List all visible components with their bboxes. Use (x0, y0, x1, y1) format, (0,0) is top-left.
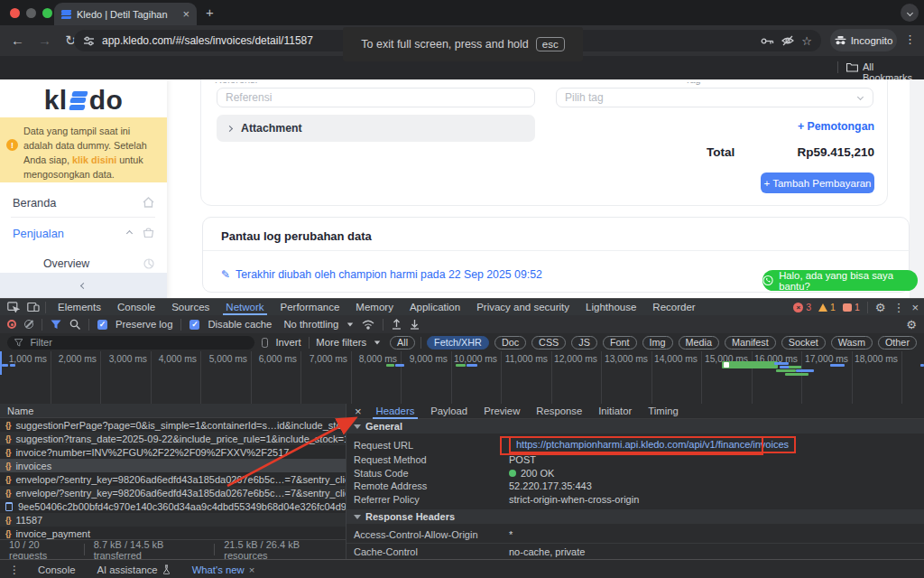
issues-badge[interactable]: 1 (843, 302, 860, 312)
filter-type-manifest[interactable]: Manifest (725, 336, 776, 350)
tab-search-chevron-icon[interactable] (901, 4, 919, 22)
macos-close-button[interactable] (10, 8, 20, 18)
disable-cache-checkbox[interactable]: ✓ (189, 320, 199, 330)
sidebar-item-beranda[interactable]: Beranda (0, 191, 167, 213)
pemotongan-link[interactable]: + Pemotongan (761, 120, 874, 133)
browser-menu-dots-icon[interactable]: ⋮ (904, 33, 916, 46)
detail-tab-payload[interactable]: Payload (422, 404, 476, 419)
devtools-tab-memory[interactable]: Memory (347, 299, 402, 315)
filter-type-css[interactable]: CSS (531, 336, 566, 350)
devtools-tab-lighthouse[interactable]: Lighthouse (578, 299, 644, 315)
filter-type-other[interactable]: Other (878, 336, 917, 350)
requests-name-header[interactable]: Name (0, 404, 346, 418)
whats-new-close-icon[interactable]: × (249, 564, 255, 575)
record-network-log-button[interactable] (7, 320, 16, 329)
devtools-tab-sources[interactable]: Sources (163, 299, 217, 315)
detail-tab-timing[interactable]: Timing (640, 404, 686, 419)
devtools-menu-dots-icon[interactable]: ⋮ (892, 302, 904, 313)
macos-minimize-button[interactable] (26, 8, 36, 18)
devtools-tab-performance[interactable]: Performance (273, 299, 348, 315)
devtools-close-icon[interactable]: × (911, 302, 919, 313)
json-braces-icon: {} (5, 434, 10, 443)
request-row[interactable]: {}envelope/?sentry_key=98206ad6edfd43a18… (0, 486, 346, 499)
bookmark-star-icon[interactable]: ☆ (801, 34, 812, 48)
request-row[interactable]: {}invoices (0, 459, 346, 472)
general-section-header[interactable]: General (346, 419, 924, 434)
last-edited-link[interactable]: ✎ Terakhir diubah oleh champion harmi pa… (221, 268, 542, 281)
detail-tab-response[interactable]: Response (528, 404, 590, 419)
filter-type-socket[interactable]: Socket (781, 336, 826, 350)
site-settings-icon[interactable] (83, 35, 95, 47)
request-row[interactable]: {}suggestionPerPage?page=0&is_simple=1&c… (0, 418, 346, 432)
filter-funnel-icon[interactable] (51, 320, 61, 330)
preserve-log-checkbox[interactable]: ✓ (97, 320, 107, 330)
klik-disini-link[interactable]: klik disini (72, 154, 116, 165)
drawer-tab-console[interactable]: Console (29, 560, 84, 578)
filter-type-all[interactable]: All (390, 336, 415, 350)
detail-tab-preview[interactable]: Preview (476, 404, 528, 419)
clear-network-log-button[interactable] (24, 320, 33, 329)
drawer-tab-ai-assistance[interactable]: AI assistance (88, 560, 179, 578)
eye-off-icon[interactable] (781, 35, 794, 46)
devtools-settings-icon[interactable]: ⚙ (875, 302, 886, 313)
devtools-tab-network[interactable]: Network (217, 299, 272, 315)
add-payment-button[interactable]: + Tambah Pembayaran (761, 172, 874, 193)
macos-zoom-button[interactable] (42, 8, 52, 18)
back-button[interactable]: ← (11, 25, 24, 56)
tag-select[interactable] (556, 88, 873, 107)
filter-type-img[interactable]: Img (642, 336, 673, 350)
request-row[interactable]: 9ee50406c2b00bfd4c970e140c360d34aa9c4dbd… (0, 499, 346, 513)
response-headers-section-header[interactable]: Response Headers (346, 509, 924, 524)
drawer-menu-dots-icon[interactable]: ⋮ (9, 564, 20, 576)
devtools-tab-elements[interactable]: Elements (50, 299, 109, 315)
chat-button[interactable]: Halo, ada yang bisa saya bantu? (762, 270, 918, 291)
detail-tab-initiator[interactable]: Initiator (590, 404, 640, 419)
sidebar-collapse-bar[interactable] (0, 273, 167, 298)
network-conditions-icon[interactable] (362, 320, 374, 330)
devtools-tab-console[interactable]: Console (109, 299, 163, 315)
detail-tab-headers[interactable]: Headers (368, 404, 423, 419)
filter-type-wasm[interactable]: Wasm (831, 336, 873, 350)
attachment-panel[interactable]: Attachment (217, 115, 535, 142)
error-badge[interactable]: ×3 (793, 302, 811, 312)
more-filters-select[interactable]: More filters (316, 337, 366, 348)
sidebar-item-penjualan[interactable]: Penjualan (0, 222, 167, 244)
inspect-element-icon[interactable] (7, 302, 20, 312)
sidebar-item-overview[interactable]: Overview (0, 253, 167, 275)
attachment-chevron-icon (226, 125, 233, 131)
header-row-referrer-policy: Referrer Policystrict-origin-when-cross-… (346, 493, 924, 507)
request-row[interactable]: {}envelope/?sentry_key=98206ad6edfd43a18… (0, 472, 346, 486)
filter-type-js[interactable]: JS (571, 336, 597, 350)
referensi-input[interactable] (217, 88, 535, 107)
network-overview-timeline[interactable]: 1,000 ms2,000 ms3,000 ms4,000 ms5,000 ms… (0, 351, 924, 404)
request-row[interactable]: {}suggestion?trans_date=2025-09-22&inclu… (0, 432, 346, 445)
filter-type-media[interactable]: Media (679, 336, 719, 350)
browser-tab[interactable]: Kledo | Detil Tagihan × (54, 3, 197, 25)
devtools-tab-recorder[interactable]: Recorder (644, 299, 703, 315)
devtools-tab-application[interactable]: Application (402, 299, 468, 315)
throttling-select[interactable]: No throttling (283, 319, 338, 330)
network-filter-input[interactable] (28, 336, 247, 349)
request-row[interactable]: {}11587 (0, 513, 346, 527)
tab-close-icon[interactable]: × (182, 7, 189, 21)
network-filter-input-box[interactable] (7, 336, 254, 350)
request-row[interactable]: {}invoice?number=INV%2FGU%2F22%2F09%2FXX… (0, 445, 346, 459)
new-tab-button[interactable]: + (206, 5, 214, 20)
devtools-tab-privacy-and-security[interactable]: Privacy and security (468, 299, 578, 315)
device-toolbar-icon[interactable] (27, 302, 40, 312)
detail-close-icon[interactable]: × (350, 406, 366, 417)
filter-type-font[interactable]: Font (603, 336, 637, 350)
filter-type-doc[interactable]: Doc (494, 336, 526, 350)
search-icon[interactable] (69, 319, 80, 330)
export-har-icon[interactable] (410, 319, 420, 330)
forward-button[interactable]: → (38, 25, 51, 56)
invert-checkbox[interactable] (262, 338, 268, 348)
request-row[interactable]: {}invoice_payment (0, 527, 346, 539)
password-key-icon[interactable] (761, 36, 774, 46)
import-har-icon[interactable] (392, 319, 402, 330)
network-settings-gear-icon[interactable]: ⚙ (906, 319, 917, 331)
warning-badge[interactable]: 1 (818, 302, 836, 312)
header-value[interactable]: https://ptchampionharmi.api.kledo.com/ap… (509, 436, 796, 453)
drawer-tab-whats-new[interactable]: What's new × (183, 560, 264, 578)
filter-type-fetch-xhr[interactable]: Fetch/XHR (427, 336, 489, 350)
